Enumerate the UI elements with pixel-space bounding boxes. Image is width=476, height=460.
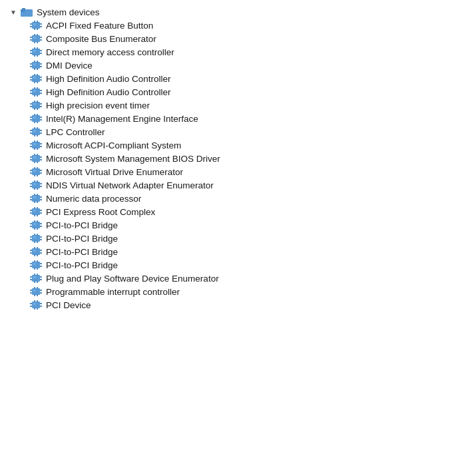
svg-rect-93 [32,142,40,148]
svg-rect-65 [30,106,32,107]
list-item[interactable]: Direct memory access controller [27,45,476,59]
svg-rect-162 [33,223,36,225]
list-item[interactable]: PCI Express Root Complex [27,205,476,218]
device-item-label: Microsoft ACPI-Compliant System [46,140,181,150]
svg-rect-166 [40,236,42,238]
svg-rect-150 [34,214,35,216]
svg-rect-10 [34,28,35,30]
svg-rect-89 [37,127,38,129]
list-item[interactable]: PCI-to-PCI Bridge [27,245,476,258]
list-item[interactable]: Microsoft System Management BIOS Driver [27,152,476,165]
device-chip-icon [29,260,43,270]
svg-rect-214 [30,303,32,304]
device-chip-icon [29,87,43,97]
list-item[interactable]: Numeric data processor [27,192,476,205]
svg-rect-185 [30,266,32,267]
svg-rect-217 [40,306,42,307]
svg-rect-133 [32,195,40,202]
list-item[interactable]: NDIS Virtual Network Adapter Enumerator [27,178,476,192]
svg-rect-219 [37,300,38,302]
device-item-label: PCI Express Root Complex [46,207,155,217]
device-chip-icon [29,193,43,204]
svg-rect-173 [32,248,40,255]
device-chip-icon [29,286,43,297]
svg-rect-50 [34,81,35,83]
svg-rect-158 [34,220,35,222]
svg-rect-176 [40,250,42,251]
svg-rect-92 [33,130,36,132]
svg-rect-146 [40,210,42,211]
svg-rect-157 [40,226,42,227]
svg-rect-53 [32,89,40,95]
svg-rect-187 [40,266,42,267]
svg-rect-178 [34,247,35,249]
list-item[interactable]: LPC Controller [27,125,476,138]
list-item[interactable]: DMI Device [27,59,476,72]
svg-rect-81 [37,121,38,123]
svg-rect-96 [40,143,42,144]
svg-rect-170 [34,241,35,243]
list-item[interactable]: ACPI Fixed Feature Button [27,19,476,32]
svg-rect-84 [30,130,32,131]
list-item[interactable]: High precision event timer [27,99,476,112]
svg-rect-132 [33,183,36,185]
svg-rect-75 [30,119,32,120]
svg-rect-94 [30,143,32,144]
device-item-label: PCI-to-PCI Bridge [46,220,118,230]
svg-rect-28 [34,47,35,49]
list-item[interactable]: Plug and Play Software Device Enumerator [27,272,476,285]
device-chip-icon [29,166,43,177]
svg-rect-17 [40,39,42,41]
svg-rect-210 [34,294,35,296]
list-item[interactable]: Microsoft ACPI-Compliant System [27,138,476,152]
list-item[interactable]: Intel(R) Management Engine Interface [27,112,476,125]
device-item-label: LPC Controller [46,127,105,137]
svg-rect-114 [30,170,32,171]
svg-rect-129 [37,180,38,182]
svg-rect-19 [37,34,38,36]
list-item[interactable]: PCI-to-PCI Bridge [27,218,476,232]
list-item[interactable]: High Definition Audio Controller [27,72,476,85]
svg-rect-64 [30,103,32,105]
list-item[interactable]: Programmable interrupt controller [27,285,476,298]
svg-rect-47 [40,79,42,81]
list-item[interactable]: Microsoft Virtual Drive Enumerator [27,165,476,178]
svg-rect-35 [30,66,32,67]
svg-rect-72 [33,103,36,105]
device-item-label: Plug and Play Software Device Enumerator [46,274,219,284]
svg-rect-196 [40,276,42,278]
svg-rect-111 [37,161,38,163]
svg-rect-78 [34,114,35,116]
svg-rect-198 [34,274,35,276]
svg-rect-208 [34,287,35,289]
system-devices-parent[interactable]: ▼ System devices [5,5,476,19]
svg-rect-7 [40,26,42,27]
svg-rect-42 [33,63,36,65]
svg-rect-29 [37,47,38,49]
svg-rect-60 [34,95,35,97]
svg-rect-123 [32,182,40,188]
svg-rect-88 [34,127,35,129]
list-item[interactable]: High Definition Audio Controller [27,85,476,99]
svg-rect-67 [40,106,42,107]
svg-rect-6 [40,23,42,25]
device-chip-icon [29,47,43,57]
svg-rect-152 [33,210,36,212]
svg-rect-57 [40,93,42,94]
svg-rect-181 [37,254,38,256]
svg-rect-155 [30,226,32,227]
svg-rect-66 [40,103,42,105]
list-item[interactable]: PCI-to-PCI Bridge [27,232,476,245]
list-item[interactable]: Composite Bus Enumerator [27,32,476,45]
svg-rect-144 [30,210,32,211]
svg-rect-220 [34,308,35,310]
svg-rect-16 [40,37,42,38]
svg-rect-188 [34,260,35,262]
list-item[interactable]: PCI-to-PCI Bridge [27,258,476,272]
chevron-down-icon[interactable]: ▼ [8,7,19,17]
list-item[interactable]: PCI Device [27,298,476,312]
svg-rect-216 [40,303,42,304]
svg-rect-54 [30,90,32,91]
svg-rect-168 [34,234,35,236]
svg-rect-41 [37,68,38,70]
